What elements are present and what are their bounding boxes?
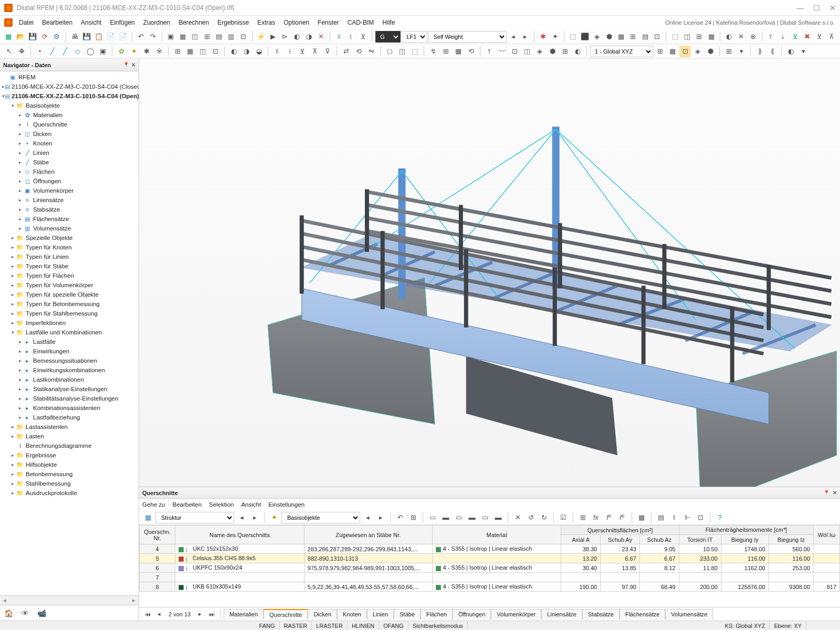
table-btn-17[interactable]: ⊩ (681, 512, 693, 523)
view-btn-6[interactable]: ▥ (226, 31, 237, 43)
tree-item[interactable]: ▸•Knoten (0, 139, 139, 148)
pager-prev-button[interactable]: ◂ (154, 609, 164, 620)
pager-last-button[interactable]: ⏭ (206, 609, 217, 620)
vis-btn-16[interactable]: ✕ (736, 31, 747, 43)
settings-button[interactable]: ⚙ (51, 31, 62, 43)
tool-btn-16[interactable]: ⊽ (322, 46, 333, 57)
edge-btn-5[interactable]: ⊻ (814, 31, 825, 43)
cs-btn-1[interactable]: ⊞ (654, 46, 666, 57)
draw-node-button[interactable]: • (34, 46, 46, 57)
move-button[interactable]: ⇄ (340, 46, 352, 57)
tree-item[interactable]: ▸📁Spezielle Objekte (0, 233, 139, 243)
sel-btn-3[interactable]: ⬚ (409, 46, 421, 57)
tool-btn-1[interactable]: ✿ (116, 46, 127, 57)
nav-camera-icon[interactable]: 📹 (37, 609, 46, 617)
paste-button[interactable]: 📄 (106, 31, 117, 43)
tab-linien[interactable]: Linien (367, 609, 394, 620)
tool-btn-12[interactable]: ⫴ (271, 46, 283, 57)
status-lraster[interactable]: LRASTER (312, 621, 348, 630)
edge-btn-6[interactable]: ⊼ (826, 31, 837, 43)
table-btn-10[interactable]: ↺ (525, 512, 537, 523)
navigator-pin-button[interactable]: 📍 (123, 62, 129, 68)
calc-btn-5[interactable]: ◑ (303, 31, 314, 43)
sel-btn-6[interactable]: ▦ (453, 46, 464, 57)
table-btn-fx2[interactable]: fᴿ (603, 512, 615, 523)
cs-btn-3[interactable]: ⊡ (679, 46, 691, 57)
table-btn-9[interactable]: ✕ (512, 512, 523, 523)
tool-btn-4[interactable]: ※ (153, 46, 165, 57)
pager-first-button[interactable]: ⏮ (142, 609, 153, 620)
table-btn-16[interactable]: Ⅰ (668, 512, 680, 523)
table-prev2-button[interactable]: ◂ (362, 512, 373, 523)
tree-item[interactable]: ▸▸Statikanalyse-Einstellungen (0, 384, 139, 394)
table-btn-7[interactable]: ▭ (479, 512, 491, 523)
structure-combo[interactable]: Struktur (155, 512, 234, 523)
tree-item[interactable]: ▸📁Lastassistenten (0, 422, 139, 432)
tool-btn-15[interactable]: ⊼ (309, 46, 321, 57)
tool-btn-8[interactable]: ⊡ (209, 46, 221, 57)
tree-item[interactable]: ▸📁Stahlbemessung (0, 479, 139, 488)
tree-item[interactable]: ▸≡Liniensätze (0, 195, 139, 205)
table-btn-14[interactable]: ▦ (636, 512, 647, 523)
tree-item[interactable]: ▸📁Typen für Stahlbemessung (0, 309, 139, 318)
cs-btn-2[interactable]: ▦ (667, 46, 678, 57)
res-btn-3[interactable]: ⊻ (358, 31, 369, 43)
tool-btn-5[interactable]: ⊞ (172, 46, 183, 57)
menu-ansicht[interactable]: Ansicht (77, 17, 106, 28)
tree-item[interactable]: ▸✿Materialien (0, 110, 139, 120)
status-raster[interactable]: RASTER (280, 621, 312, 630)
bp-menu-ansicht[interactable]: Ansicht (241, 501, 261, 508)
vis-btn-12[interactable]: ◫ (681, 31, 692, 43)
copy-button[interactable]: 📋 (93, 31, 104, 43)
tree-item[interactable]: ▸╱Stäbe (0, 158, 139, 167)
status-sichtbarkeitsmodus[interactable]: Sichtbarkeitsmodus (408, 621, 468, 630)
sel-btn-7[interactable]: ⟲ (465, 46, 477, 57)
view-btn-7[interactable]: ⊡ (238, 31, 249, 43)
table-help-button[interactable]: ? (714, 512, 726, 523)
table-btn-11[interactable]: ↻ (538, 512, 550, 523)
tree-item[interactable]: ▸📁Typen für Stäbe (0, 261, 139, 271)
cursor-button[interactable]: ↖ (3, 46, 15, 57)
sel-btn-5[interactable]: ⊞ (440, 46, 452, 57)
res-btn-1[interactable]: ⫴ (333, 31, 344, 43)
vis-btn-3[interactable]: ⬚ (568, 31, 579, 43)
snap-btn-3[interactable]: ◐ (785, 46, 796, 57)
tree-item[interactable]: ▸◻Öffnungen (0, 176, 139, 186)
menu-datei[interactable]: Datei (15, 17, 38, 28)
tree-item[interactable]: ▸📁Typen für Volumenkörper (0, 280, 139, 290)
loadcase-combo[interactable]: LF1 (402, 31, 427, 43)
tree-item[interactable]: ▸▸Bemessungssituationen (0, 356, 139, 365)
tree-item[interactable]: ▸▸Lastfälle (0, 337, 139, 346)
res-btn-2[interactable]: ⫶ (345, 31, 356, 43)
navigator-close-button[interactable]: ✕ (131, 62, 135, 68)
vis-btn-2[interactable]: ✦ (550, 31, 561, 43)
table-btn-12[interactable]: ☑ (558, 512, 569, 523)
maximize-button[interactable]: ☐ (813, 4, 820, 12)
vis-btn-1[interactable]: ✱ (538, 31, 549, 43)
vis-btn-4[interactable]: ⬛ (580, 31, 591, 43)
bp-menu-selektion[interactable]: Selektion (209, 501, 234, 508)
vis-btn-13[interactable]: ⊞ (694, 31, 705, 43)
grid-btn-1[interactable]: ⊞ (723, 46, 734, 57)
table-obj-icon[interactable]: ✦ (268, 512, 280, 523)
vis-btn-6[interactable]: ⬢ (604, 31, 615, 43)
cs-btn-4[interactable]: ◈ (692, 46, 704, 57)
tree-item[interactable]: ▸▥Volumensätze (0, 224, 139, 233)
rotate-button[interactable]: ⟲ (353, 46, 364, 57)
menu-einfügen[interactable]: Einfügen (106, 17, 139, 28)
tree-item[interactable]: ▸▸Einwirkungen (0, 346, 139, 356)
tree-item[interactable]: ▸📁Typen für Knoten (0, 243, 139, 252)
tab-flächensätze[interactable]: Flächensätze (620, 609, 665, 620)
vis-btn-17[interactable]: ⊗ (748, 31, 759, 43)
vis-btn-9[interactable]: ▤ (639, 31, 650, 43)
menu-fenster[interactable]: Fenster (313, 17, 343, 28)
draw-opening-button[interactable]: ◯ (85, 46, 96, 57)
menu-bearbeiten[interactable]: Bearbeiten (38, 17, 77, 28)
tree-item[interactable]: ▸📁Typen für Linien (0, 252, 139, 261)
loadcase-type-combo[interactable]: G (375, 31, 401, 43)
tool-btn-7[interactable]: ◫ (197, 46, 208, 57)
mod-btn-5[interactable]: ◈ (534, 46, 545, 57)
tree-item[interactable]: ▸▤Flächensätze (0, 214, 139, 224)
view-btn-4[interactable]: ⊞ (202, 31, 213, 43)
draw-member-button[interactable]: ╱ (59, 46, 71, 57)
